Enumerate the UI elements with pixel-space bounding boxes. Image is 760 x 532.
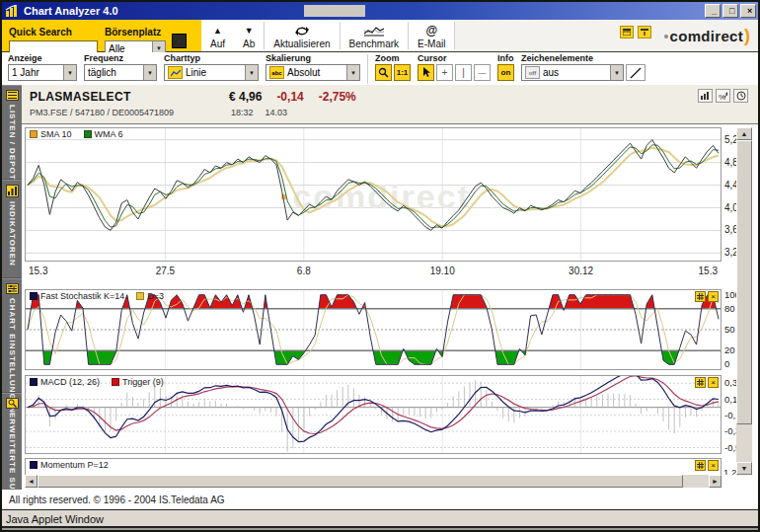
svg-text:4,0: 4,0: [724, 202, 736, 213]
frequenz-label: Frequenz: [84, 53, 157, 63]
svg-text:3,2: 3,2: [724, 247, 736, 258]
horizontal-scrollbar[interactable]: ◄ ►: [25, 475, 722, 488]
macd-legend: MACD (12, 26) Trigger (9): [30, 377, 164, 387]
svg-text:100: 100: [724, 289, 736, 300]
scroll-left-icon[interactable]: ◄: [25, 475, 38, 488]
chevron-down-icon[interactable]: ▼: [143, 65, 156, 80]
vertical-scrollbar-thumb[interactable]: [736, 140, 752, 424]
horizontal-line-cursor-button[interactable]: —: [474, 64, 491, 81]
zeichenelemente-select[interactable]: off aus ▼: [521, 64, 624, 81]
down-triangle-icon: ▼: [245, 24, 254, 38]
stochastic-k-swatch: [30, 292, 38, 300]
svg-text:15.3: 15.3: [699, 266, 719, 276]
svg-text:30.12: 30.12: [569, 266, 593, 276]
ab-button[interactable]: ▼ Ab: [234, 20, 264, 51]
panel-close-icon[interactable]: ×: [708, 460, 719, 471]
expand-search-button[interactable]: [172, 34, 187, 48]
sidebar-tab-indikatoren[interactable]: INDIKATOREN: [2, 180, 22, 278]
main-price-chart[interactable]: SMA 10 WMA 6 5,24,84,44,03,63,2·comdirec…: [25, 127, 736, 277]
main-toolbar: Quick Search Börsenplatz Alle ▼ ▲ Auf: [2, 20, 758, 52]
scroll-right-icon[interactable]: ►: [709, 475, 722, 488]
zeichenelemente-label: Zeichenelemente: [521, 53, 646, 63]
chevron-down-icon[interactable]: ▼: [245, 65, 258, 80]
stochastic-d-swatch: [136, 292, 144, 300]
panel-settings-icon[interactable]: [695, 377, 706, 388]
settings-toolbar: Anzeige 1 Jahr▼ Frequenz täglich▼ Chartt…: [2, 52, 758, 86]
svg-text:3,6: 3,6: [724, 224, 736, 235]
chevron-down-icon[interactable]: ▼: [346, 65, 359, 80]
charttyp-select[interactable]: Linie▼: [164, 64, 259, 81]
skalierung-label: Skalierung: [266, 53, 360, 63]
clock-icon[interactable]: [733, 89, 748, 103]
macd-panel[interactable]: MACD (12, 26) Trigger (9) × 0,30,1-0,1-0…: [25, 375, 736, 454]
svg-text:-0,3: -0,3: [724, 425, 736, 436]
aktualisieren-button[interactable]: Aktualisieren: [265, 20, 339, 51]
panel-close-icon[interactable]: ×: [708, 291, 719, 302]
chevron-down-icon[interactable]: ▼: [610, 65, 623, 80]
charttyp-label: Charttyp: [164, 53, 259, 63]
up-triangle-icon: ▲: [213, 24, 222, 38]
stock-time: 18:32: [231, 108, 254, 117]
vertical-scrollbar[interactable]: ▲ ▼: [736, 127, 752, 475]
quick-search-label: Quick Search: [9, 27, 72, 38]
stock-change-pct: -2,75%: [319, 90, 356, 104]
info-window-icon[interactable]: [638, 26, 651, 38]
horizontal-scrollbar-thumb[interactable]: [38, 475, 683, 488]
zoom-reset-button[interactable]: 1:1: [394, 64, 411, 81]
info-toggle-button[interactable]: on: [497, 64, 514, 81]
close-button[interactable]: ×: [740, 4, 756, 18]
left-sidebar: LISTEN / DEPOT INDIKATOREN CHART EINSTEL…: [2, 85, 22, 490]
svg-text:0,1: 0,1: [724, 394, 736, 405]
email-button[interactable]: @ E-Mail: [409, 20, 454, 51]
sidebar-tab-listen-depot[interactable]: LISTEN / DEPOT: [2, 85, 22, 180]
window-bottom-edge: [2, 528, 758, 530]
sidebar-tab-erweiterte-suche[interactable]: ERWEITERTE SUCHE: [2, 393, 22, 488]
svg-text:27.5: 27.5: [156, 266, 176, 276]
sidebar-tab-chart-einstellungen[interactable]: CHART EINSTELLUNGEN: [2, 278, 22, 393]
search-zone: Quick Search Börsenplatz Alle ▼: [2, 20, 201, 51]
panel-close-icon[interactable]: ×: [708, 377, 719, 388]
momentum-tick-label: 1,28: [723, 467, 736, 475]
svg-text:5,2: 5,2: [724, 134, 736, 145]
maximize-button[interactable]: □: [722, 4, 738, 18]
percent-compare-icon[interactable]: %: [716, 89, 730, 103]
skalierung-select[interactable]: abc Absolut▼: [266, 64, 360, 81]
cursor-arrow-button[interactable]: [418, 64, 434, 81]
scroll-down-icon[interactable]: ▼: [736, 462, 752, 475]
auf-button[interactable]: ▲ Auf: [201, 20, 234, 51]
benchmark-button[interactable]: Benchmark: [341, 20, 409, 51]
title-bar[interactable]: Chart Analyzer 4.0 _ □ ×: [2, 2, 758, 20]
momentum-panel[interactable]: Momentum P=12 × 1,28: [25, 458, 736, 475]
copyright-text: All rights reserved. © 1996 - 2004 IS.Te…: [2, 490, 758, 509]
info-label: Info: [497, 53, 514, 63]
panel-settings-icon[interactable]: [695, 291, 706, 302]
frequenz-select[interactable]: täglich▼: [84, 64, 157, 81]
draw-line-button[interactable]: [626, 64, 646, 81]
scroll-up-icon[interactable]: ▲: [736, 127, 752, 140]
svg-text:15.3: 15.3: [29, 266, 48, 276]
panel-settings-icon[interactable]: [695, 460, 706, 471]
anzeige-select[interactable]: 1 Jahr▼: [8, 64, 77, 81]
chevron-down-icon[interactable]: ▼: [63, 65, 76, 80]
logo-zone: comdirect ): [455, 20, 758, 51]
stochastic-panel[interactable]: Fast Stochastik K=14 D=3 × 1008050200: [25, 289, 736, 370]
crosshair-cursor-button[interactable]: +: [436, 64, 453, 81]
svg-text:-0,1: -0,1: [724, 410, 736, 420]
macd-swatch: [30, 378, 38, 386]
minimize-button[interactable]: _: [705, 4, 721, 18]
bar-chart-icon[interactable]: [698, 89, 713, 103]
benchmark-chart-icon: [363, 24, 385, 38]
diagonal-line-icon: [630, 67, 642, 79]
refresh-icon: [294, 24, 310, 38]
sma-legend-swatch: [30, 130, 38, 138]
chart-window-icon[interactable]: [620, 26, 634, 38]
chart-area: SMA 10 WMA 6 5,24,84,44,03,63,2·comdirec…: [22, 124, 758, 490]
vertical-line-cursor-button[interactable]: |: [455, 64, 472, 81]
cursor-arrow-icon: [421, 67, 431, 78]
app-icon: [5, 5, 20, 17]
comdirect-logo: comdirect ): [664, 26, 750, 46]
zoom-button[interactable]: [375, 64, 392, 81]
list-icon: [6, 90, 19, 101]
nav-buttons: ▲ Auf ▼ Ab Aktualisieren: [201, 20, 455, 51]
at-sign-icon: @: [425, 24, 437, 38]
